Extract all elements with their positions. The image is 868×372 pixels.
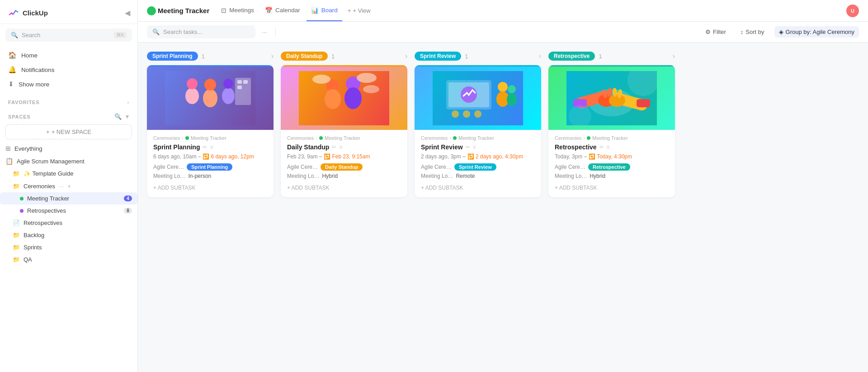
filter-button[interactable]: ⚙ Filter <box>701 26 731 38</box>
card-field-location-daily-standup: Meeting Lo… Hybrid <box>287 173 401 179</box>
logo-text: ClickUp <box>23 9 48 17</box>
add-subtask-sprint-planning[interactable]: + ADD SUBTASK <box>153 183 267 193</box>
new-space-button[interactable]: + + NEW SPACE <box>5 124 132 139</box>
svg-point-17 <box>312 75 330 84</box>
user-avatar[interactable]: U <box>846 5 859 17</box>
card-body-sprint-planning: Ceremonies › Meeting Tracker Sprint Plan… <box>147 130 274 197</box>
breadcrumb-ceremonies-retro: Ceremonies <box>555 135 581 141</box>
meeting-tracker-label: Meeting Tracker <box>27 195 69 202</box>
svg-point-7 <box>223 79 233 89</box>
sidebar-item-everything[interactable]: ⊞ Everything <box>0 142 137 155</box>
sidebar-item-ceremonies[interactable]: 📁 Ceremonies ··· + <box>0 180 137 192</box>
card-start-date-retrospective: Today, 3pm – <box>555 153 587 160</box>
card-date-sprint-planning: 6 days ago, 10am – 🔁 6 days ago, 12pm <box>153 153 267 160</box>
search-tasks-input[interactable]: 🔍 Search tasks... <box>147 25 255 38</box>
column-more-daily-standup[interactable]: › <box>405 52 407 60</box>
more-icon-sprint-review[interactable]: ≡ <box>473 144 476 150</box>
card-overdue-sprint-review: 🔁 2 days ago, 4:30pm <box>467 153 523 160</box>
ceremony-field-label-ds: Agile Cere… <box>287 164 318 170</box>
ceremonies-dots[interactable]: ··· <box>59 183 64 190</box>
svg-point-19 <box>363 85 379 93</box>
breadcrumb-ceremonies-ds: Ceremonies <box>287 135 314 141</box>
edit-icon-retrospective[interactable]: ✏ <box>599 144 604 150</box>
edit-icon-sprint-review[interactable]: ✏ <box>466 144 470 150</box>
add-subtask-retrospective[interactable]: + ADD SUBTASK <box>555 183 669 193</box>
sidebar-item-home[interactable]: 🏠 Home <box>4 48 134 62</box>
overdue-date-retrospective: Today, 4:30pm <box>597 153 632 160</box>
add-subtask-label: + ADD SUBTASK <box>153 185 195 191</box>
spaces-search-icon[interactable]: 🔍 <box>114 113 122 120</box>
sidebar-item-agile-scrum[interactable]: 📋 Agile Scrum Management <box>0 155 137 167</box>
tab-meetings[interactable]: ⊡ Meetings <box>217 0 259 21</box>
ceremony-field-label-sr: Agile Cere… <box>421 164 452 170</box>
sidebar: ClickUp ◀ 🔍 Search ⌘K 🏠 Home 🔔 Notificat… <box>0 0 138 372</box>
svg-rect-10 <box>243 80 248 84</box>
breadcrumb-meeting-tracker: Meeting Tracker <box>191 135 226 141</box>
location-value-sprint-planning: In-person <box>188 173 211 179</box>
sidebar-item-template-guide[interactable]: 📁 ✨ Template Guide <box>0 167 137 180</box>
add-view-button[interactable]: + + View <box>344 5 374 16</box>
card-start-date-sprint-planning: 6 days ago, 10am – <box>153 153 201 160</box>
sprints-label: Sprints <box>24 244 42 251</box>
sort-icon: ↕ <box>741 29 744 35</box>
column-more-sprint-planning[interactable]: › <box>271 52 274 60</box>
edit-icon-daily-standup[interactable]: ✏ <box>332 144 336 150</box>
group-by-button[interactable]: ◈ Group by: Agile Ceremony <box>774 26 859 38</box>
ceremonies-add-icon[interactable]: + <box>67 182 71 190</box>
sidebar-item-sprints[interactable]: 📁 Sprints <box>0 241 137 253</box>
sidebar-item-show-more[interactable]: ⬇ Show more <box>4 77 134 91</box>
edit-icon-sprint-planning[interactable]: ✏ <box>203 144 207 150</box>
column-count-daily-standup: 1 <box>331 53 335 60</box>
svg-point-18 <box>357 73 377 83</box>
sidebar-item-backlog[interactable]: 📁 Backlog <box>0 229 137 241</box>
more-icon-daily-standup[interactable]: ≡ <box>339 144 342 150</box>
spaces-expand-icon[interactable]: ▾ <box>126 113 129 120</box>
tab-board[interactable]: 📊 Board <box>307 0 342 21</box>
backlog-label: Backlog <box>24 232 44 238</box>
add-subtask-sprint-review[interactable]: + ADD SUBTASK <box>421 183 535 193</box>
card-date-retrospective: Today, 3pm – 🔁 Today, 4:30pm <box>555 153 669 160</box>
agile-scrum-icon: 📋 <box>5 157 13 165</box>
clickup-logo[interactable]: ClickUp <box>7 6 48 19</box>
status-dot-sr <box>453 136 457 140</box>
everything-icon: ⊞ <box>5 145 11 152</box>
tab-calendar[interactable]: 📅 Calendar <box>260 0 305 21</box>
overdue-date-daily-standup: Feb 23, 9:15am <box>332 153 370 160</box>
breadcrumb-ceremonies-sr: Ceremonies <box>421 135 448 141</box>
ceremony-field-label-retro: Agile Cere… <box>555 164 585 170</box>
column-more-sprint-review[interactable]: › <box>539 52 541 60</box>
card-title-sprint-review: Sprint Review <box>421 143 463 151</box>
sidebar-item-retrospectives-list[interactable]: Retrospectives 8 <box>0 205 137 217</box>
card-image-daily-standup <box>281 67 407 130</box>
sidebar-item-retrospectives-doc[interactable]: 📄 Retrospectives <box>0 217 137 229</box>
sidebar-item-meeting-tracker[interactable]: Meeting Tracker 4 <box>0 192 137 205</box>
location-field-label: Meeting Lo… <box>153 173 185 179</box>
plus-icon: + <box>348 7 351 14</box>
svg-point-5 <box>204 79 216 91</box>
sidebar-item-notifications[interactable]: 🔔 Notifications <box>4 62 134 77</box>
sort-button[interactable]: ↕ Sort by <box>736 26 769 38</box>
card-field-ceremony-sprint-review: Agile Cere… Sprint Review <box>421 163 535 171</box>
retrospectives-list-badge: 8 <box>124 208 132 214</box>
toolbar-options-button[interactable]: ··· <box>260 27 269 38</box>
card-fields-sprint-planning: Agile Cere… Sprint Planning Meeting Lo… … <box>153 163 267 179</box>
sidebar-search[interactable]: 🔍 Search ⌘K <box>5 29 132 42</box>
add-subtask-daily-standup[interactable]: + ADD SUBTASK <box>287 183 401 193</box>
more-icon-retrospective[interactable]: ≡ <box>607 144 610 150</box>
svg-rect-11 <box>237 86 242 89</box>
card-breadcrumb-daily-standup: Ceremonies › Meeting Tracker <box>287 135 401 141</box>
meetings-tab-label: Meetings <box>229 7 254 14</box>
filter-label: Filter <box>713 29 726 35</box>
template-guide-icon: 📁 <box>13 170 20 177</box>
ceremony-tag-sprint-review: Sprint Review <box>454 163 496 171</box>
notifications-label: Notifications <box>21 67 55 73</box>
location-field-label-ds: Meeting Lo… <box>287 173 319 179</box>
more-icon-sprint-planning[interactable]: ≡ <box>210 144 213 150</box>
card-sprint-planning: Ceremonies › Meeting Tracker Sprint Plan… <box>147 65 274 197</box>
favorites-expand-icon[interactable]: › <box>127 100 129 105</box>
sidebar-collapse-button[interactable]: ◀ <box>125 9 130 17</box>
card-overdue-sprint-planning: 🔁 6 days ago, 12pm <box>203 153 254 160</box>
card-title-sprint-planning: Sprint Planning <box>153 143 200 151</box>
column-more-retrospective[interactable]: › <box>673 52 675 60</box>
sidebar-item-qa[interactable]: 📁 QA <box>0 253 137 266</box>
